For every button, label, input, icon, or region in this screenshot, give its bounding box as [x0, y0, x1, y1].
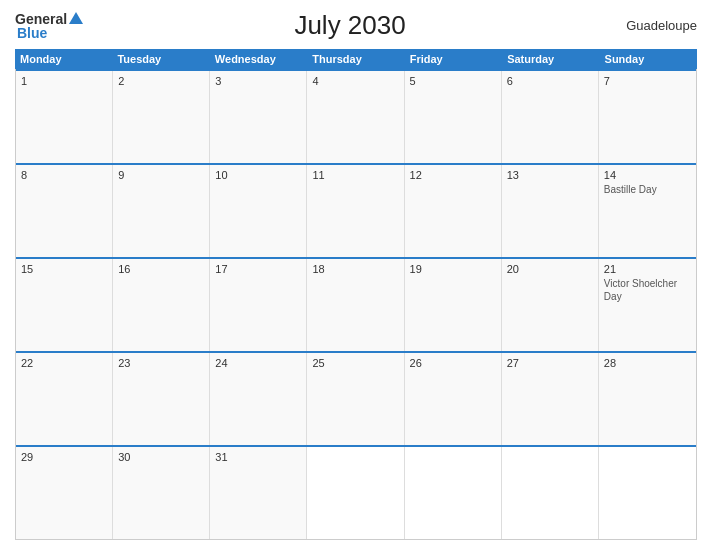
header-tuesday: Tuesday — [112, 49, 209, 69]
header: General Blue July 2030 Guadeloupe — [15, 10, 697, 41]
day-number: 29 — [21, 451, 107, 463]
header-sunday: Sunday — [600, 49, 697, 69]
day-31: 31 — [210, 447, 307, 539]
day-number: 8 — [21, 169, 107, 181]
day-number: 6 — [507, 75, 593, 87]
logo-general-text: General — [15, 12, 83, 26]
day-number: 15 — [21, 263, 107, 275]
header-saturday: Saturday — [502, 49, 599, 69]
day-4: 4 — [307, 71, 404, 163]
day-20: 20 — [502, 259, 599, 351]
day-number: 21 — [604, 263, 691, 275]
day-number: 20 — [507, 263, 593, 275]
calendar-title: July 2030 — [83, 10, 617, 41]
day-10: 10 — [210, 165, 307, 257]
day-number: 1 — [21, 75, 107, 87]
day-21: 21Victor Shoelcher Day — [599, 259, 696, 351]
day-11: 11 — [307, 165, 404, 257]
day-number: 3 — [215, 75, 301, 87]
day-8: 8 — [16, 165, 113, 257]
day-15: 15 — [16, 259, 113, 351]
day-number: 23 — [118, 357, 204, 369]
calendar-body: 1234567891011121314Bastille Day151617181… — [15, 69, 697, 540]
day-number: 7 — [604, 75, 691, 87]
day-12: 12 — [405, 165, 502, 257]
day-9: 9 — [113, 165, 210, 257]
header-thursday: Thursday — [307, 49, 404, 69]
day-30: 30 — [113, 447, 210, 539]
day-number: 24 — [215, 357, 301, 369]
day-number: 12 — [410, 169, 496, 181]
day-number: 4 — [312, 75, 398, 87]
day-24: 24 — [210, 353, 307, 445]
day-16: 16 — [113, 259, 210, 351]
logo-triangle-icon — [69, 12, 83, 24]
day-number: 31 — [215, 451, 301, 463]
day-number: 16 — [118, 263, 204, 275]
logo: General Blue — [15, 12, 83, 40]
header-monday: Monday — [15, 49, 112, 69]
day-empty — [599, 447, 696, 539]
logo-blue-label: Blue — [17, 26, 83, 40]
day-number: 25 — [312, 357, 398, 369]
week-1: 1234567 — [16, 69, 696, 163]
day-25: 25 — [307, 353, 404, 445]
day-number: 17 — [215, 263, 301, 275]
calendar: Monday Tuesday Wednesday Thursday Friday… — [15, 49, 697, 540]
day-number: 9 — [118, 169, 204, 181]
day-26: 26 — [405, 353, 502, 445]
day-27: 27 — [502, 353, 599, 445]
day-22: 22 — [16, 353, 113, 445]
day-23: 23 — [113, 353, 210, 445]
day-number: 10 — [215, 169, 301, 181]
day-number: 11 — [312, 169, 398, 181]
day-1: 1 — [16, 71, 113, 163]
day-3: 3 — [210, 71, 307, 163]
day-17: 17 — [210, 259, 307, 351]
logo-general-label: General — [15, 12, 67, 26]
day-number: 2 — [118, 75, 204, 87]
day-number: 18 — [312, 263, 398, 275]
day-7: 7 — [599, 71, 696, 163]
day-5: 5 — [405, 71, 502, 163]
day-28: 28 — [599, 353, 696, 445]
holiday-label: Victor Shoelcher Day — [604, 277, 691, 303]
page: General Blue July 2030 Guadeloupe Monday… — [0, 0, 712, 550]
day-empty — [307, 447, 404, 539]
header-friday: Friday — [405, 49, 502, 69]
week-2: 891011121314Bastille Day — [16, 163, 696, 257]
day-18: 18 — [307, 259, 404, 351]
header-wednesday: Wednesday — [210, 49, 307, 69]
day-empty — [405, 447, 502, 539]
region-label: Guadeloupe — [617, 18, 697, 33]
day-number: 14 — [604, 169, 691, 181]
day-29: 29 — [16, 447, 113, 539]
day-empty — [502, 447, 599, 539]
day-number: 5 — [410, 75, 496, 87]
week-3: 15161718192021Victor Shoelcher Day — [16, 257, 696, 351]
day-number: 30 — [118, 451, 204, 463]
day-19: 19 — [405, 259, 502, 351]
day-2: 2 — [113, 71, 210, 163]
day-number: 22 — [21, 357, 107, 369]
day-6: 6 — [502, 71, 599, 163]
day-number: 13 — [507, 169, 593, 181]
calendar-header: Monday Tuesday Wednesday Thursday Friday… — [15, 49, 697, 69]
week-5: 293031 — [16, 445, 696, 539]
day-number: 27 — [507, 357, 593, 369]
day-number: 28 — [604, 357, 691, 369]
day-number: 19 — [410, 263, 496, 275]
day-14: 14Bastille Day — [599, 165, 696, 257]
day-number: 26 — [410, 357, 496, 369]
day-13: 13 — [502, 165, 599, 257]
holiday-label: Bastille Day — [604, 183, 691, 196]
week-4: 22232425262728 — [16, 351, 696, 445]
